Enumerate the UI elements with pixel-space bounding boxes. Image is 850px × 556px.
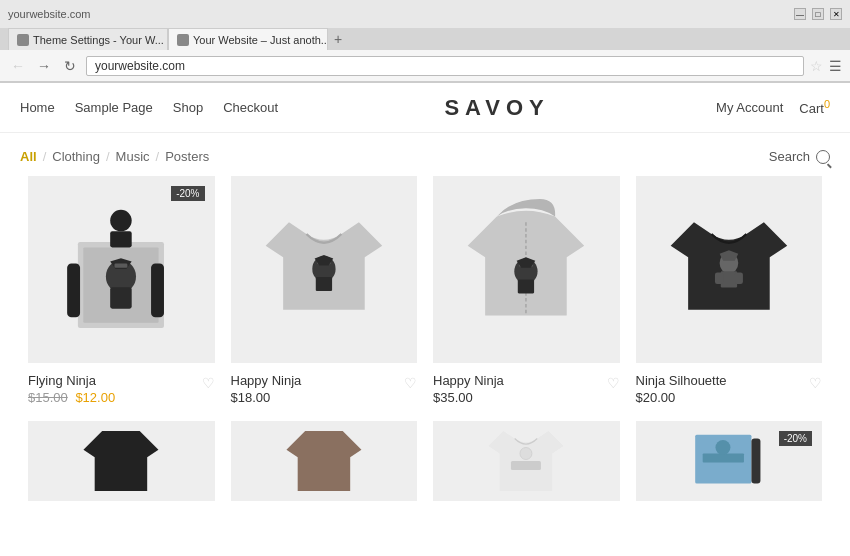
forward-button[interactable]: → bbox=[34, 56, 54, 76]
category-all[interactable]: All bbox=[20, 149, 37, 164]
site-logo: SAVOY bbox=[278, 95, 716, 121]
product-bottom-3: Happy Ninja $35.00 ♡ bbox=[433, 373, 620, 405]
nav-right: My Account Cart0 bbox=[716, 98, 830, 116]
product-name-1: Flying Ninja bbox=[28, 373, 202, 388]
product-svg-6 bbox=[254, 431, 394, 491]
product-price-3: $35.00 bbox=[433, 390, 607, 405]
nav-links: Home Sample Page Shop Checkout bbox=[20, 100, 278, 115]
tab-favicon-1 bbox=[17, 34, 29, 46]
product-svg-5 bbox=[51, 431, 191, 491]
back-button[interactable]: ← bbox=[8, 56, 28, 76]
product-card-6 bbox=[223, 421, 426, 527]
product-svg-4 bbox=[659, 199, 799, 339]
search-icon bbox=[816, 150, 830, 164]
product-card-7 bbox=[425, 421, 628, 527]
nav-checkout[interactable]: Checkout bbox=[223, 100, 278, 115]
separator-1: / bbox=[43, 149, 47, 164]
product-image-6[interactable] bbox=[231, 421, 418, 501]
svg-point-8 bbox=[110, 210, 132, 232]
product-svg-3 bbox=[456, 199, 596, 339]
menu-icon[interactable]: ☰ bbox=[829, 58, 842, 74]
product-image-1[interactable]: -20% bbox=[28, 176, 215, 363]
price-new-1: $12.00 bbox=[75, 390, 115, 405]
product-name-2: Happy Ninja bbox=[231, 373, 405, 388]
product-card-1: -20% bbox=[20, 176, 223, 421]
discount-badge-1: -20% bbox=[171, 186, 204, 201]
url-text: yourwebsite.com bbox=[95, 59, 185, 73]
my-account-link[interactable]: My Account bbox=[716, 100, 783, 115]
product-text-4: Ninja Silhouette $20.00 bbox=[636, 373, 810, 405]
category-music[interactable]: Music bbox=[116, 149, 150, 164]
svg-rect-7 bbox=[151, 264, 164, 318]
svg-rect-6 bbox=[67, 264, 80, 318]
product-text-2: Happy Ninja $18.00 bbox=[231, 373, 405, 405]
product-name-3: Happy Ninja bbox=[433, 373, 607, 388]
svg-point-25 bbox=[520, 447, 532, 459]
category-clothing[interactable]: Clothing bbox=[52, 149, 100, 164]
product-card-3: Happy Ninja $35.00 ♡ bbox=[425, 176, 628, 421]
product-card-2: Happy Ninja $18.00 ♡ bbox=[223, 176, 426, 421]
product-image-5[interactable] bbox=[28, 421, 215, 501]
product-image-2[interactable] bbox=[231, 176, 418, 363]
svg-rect-4 bbox=[115, 264, 128, 268]
product-bottom-2: Happy Ninja $18.00 ♡ bbox=[231, 373, 418, 405]
product-image-4[interactable] bbox=[636, 176, 823, 363]
products-grid: -20% bbox=[0, 176, 850, 527]
product-image-8[interactable]: -20% bbox=[636, 421, 823, 501]
product-card-4: Ninja Silhouette $20.00 ♡ bbox=[628, 176, 831, 421]
refresh-button[interactable]: ↻ bbox=[60, 56, 80, 76]
product-price-2: $18.00 bbox=[231, 390, 405, 405]
wishlist-btn-4[interactable]: ♡ bbox=[809, 375, 822, 391]
browser-chrome: yourwebsite.com — □ ✕ Theme Settings - Y… bbox=[0, 0, 850, 83]
svg-rect-22 bbox=[715, 273, 723, 285]
category-bar: All / Clothing / Music / Posters Search bbox=[0, 133, 850, 176]
cart-count: 0 bbox=[824, 98, 830, 110]
product-image-3[interactable] bbox=[433, 176, 620, 363]
tab-1-label: Theme Settings - Your W... bbox=[33, 34, 164, 46]
new-tab-button[interactable]: + bbox=[328, 28, 348, 50]
cart-link[interactable]: Cart0 bbox=[799, 98, 830, 116]
product-image-7[interactable] bbox=[433, 421, 620, 501]
svg-rect-9 bbox=[110, 232, 132, 248]
svg-rect-13 bbox=[316, 277, 332, 291]
wishlist-btn-3[interactable]: ♡ bbox=[607, 375, 620, 391]
svg-rect-24 bbox=[511, 461, 541, 470]
category-posters[interactable]: Posters bbox=[165, 149, 209, 164]
close-button[interactable]: ✕ bbox=[830, 8, 842, 20]
url-bar[interactable]: yourwebsite.com bbox=[86, 56, 804, 76]
product-svg-1 bbox=[51, 199, 191, 339]
bookmark-icon[interactable]: ☆ bbox=[810, 58, 823, 74]
search-button[interactable]: Search bbox=[769, 149, 830, 164]
svg-point-28 bbox=[715, 440, 730, 455]
window-controls: — □ ✕ bbox=[794, 8, 842, 20]
product-svg-7 bbox=[456, 431, 596, 491]
product-svg-2 bbox=[254, 199, 394, 339]
separator-3: / bbox=[156, 149, 160, 164]
tab-1[interactable]: Theme Settings - Your W... ✕ bbox=[8, 28, 168, 50]
category-filters: All / Clothing / Music / Posters bbox=[20, 149, 209, 164]
maximize-button[interactable]: □ bbox=[812, 8, 824, 20]
product-text-1: Flying Ninja $15.00 $12.00 bbox=[28, 373, 202, 405]
product-bottom-1: Flying Ninja $15.00 $12.00 ♡ bbox=[28, 373, 215, 405]
product-bottom-4: Ninja Silhouette $20.00 ♡ bbox=[636, 373, 823, 405]
product-text-3: Happy Ninja $35.00 bbox=[433, 373, 607, 405]
tab-favicon-2 bbox=[177, 34, 189, 46]
search-label: Search bbox=[769, 149, 810, 164]
address-bar: ← → ↻ yourwebsite.com ☆ ☰ bbox=[0, 50, 850, 82]
wishlist-btn-1[interactable]: ♡ bbox=[202, 375, 215, 391]
separator-2: / bbox=[106, 149, 110, 164]
nav-shop[interactable]: Shop bbox=[173, 100, 203, 115]
top-nav: Home Sample Page Shop Checkout SAVOY My … bbox=[0, 83, 850, 133]
tab-2-label: Your Website – Just anoth... bbox=[193, 34, 328, 46]
tab-2[interactable]: Your Website – Just anoth... ✕ bbox=[168, 28, 328, 50]
svg-rect-21 bbox=[721, 272, 737, 288]
nav-home[interactable]: Home bbox=[20, 100, 55, 115]
product-name-4: Ninja Silhouette bbox=[636, 373, 810, 388]
minimize-button[interactable]: — bbox=[794, 8, 806, 20]
nav-sample-page[interactable]: Sample Page bbox=[75, 100, 153, 115]
product-card-5 bbox=[20, 421, 223, 527]
discount-badge-8: -20% bbox=[779, 431, 812, 446]
wishlist-btn-2[interactable]: ♡ bbox=[404, 375, 417, 391]
page-content: Home Sample Page Shop Checkout SAVOY My … bbox=[0, 83, 850, 527]
product-price-4: $20.00 bbox=[636, 390, 810, 405]
